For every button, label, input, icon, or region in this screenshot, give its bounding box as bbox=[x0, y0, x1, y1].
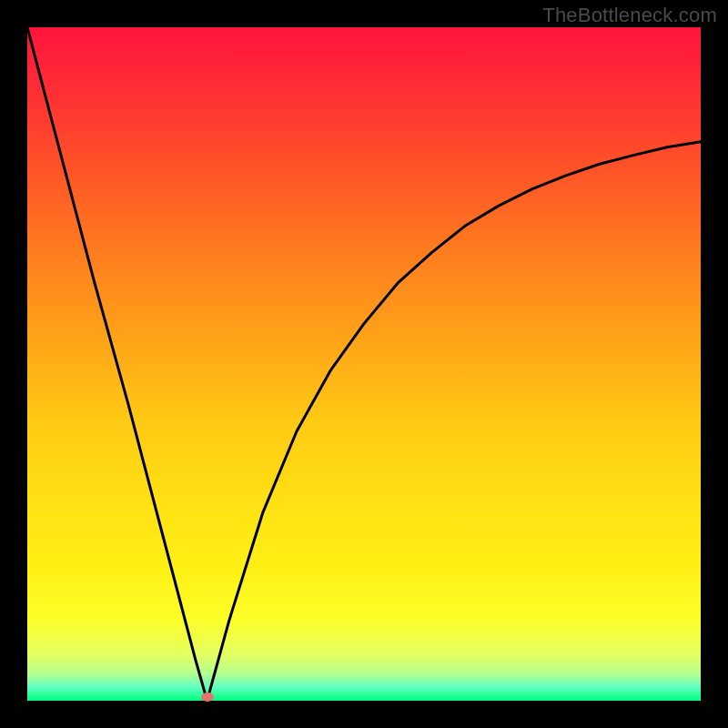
minimum-marker bbox=[201, 693, 214, 702]
watermark-text: TheBottleneck.com bbox=[542, 4, 717, 27]
chart-frame: TheBottleneck.com bbox=[0, 0, 728, 728]
bottleneck-curve bbox=[27, 27, 701, 701]
curve-path bbox=[27, 27, 701, 701]
plot-area bbox=[27, 27, 701, 701]
